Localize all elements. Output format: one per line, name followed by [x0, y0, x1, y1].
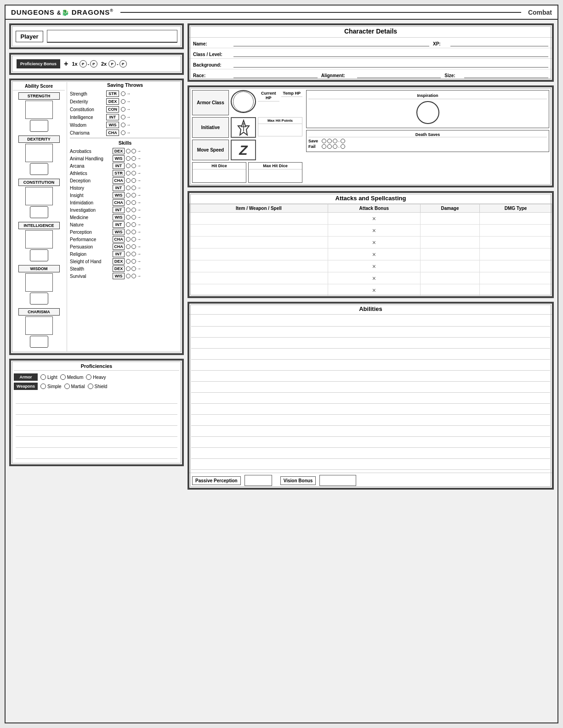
- attack-damage-7[interactable]: [420, 284, 479, 296]
- ability-text-10[interactable]: [191, 416, 550, 426]
- attack-bonus-2[interactable]: ×: [328, 225, 420, 237]
- save-circle-4[interactable]: [341, 139, 345, 143]
- attack-damage-6[interactable]: [420, 272, 479, 284]
- armor-heavy-checkbox[interactable]: [86, 374, 91, 380]
- prof-line-4[interactable]: [16, 427, 177, 437]
- move-speed-box[interactable]: Z: [231, 140, 256, 160]
- ability-text-4[interactable]: [191, 350, 550, 360]
- dexterity-score[interactable]: [25, 144, 53, 162]
- ability-text-14[interactable]: [191, 460, 550, 470]
- ability-text-3[interactable]: [191, 339, 550, 349]
- st-constitution-circle1[interactable]: [121, 107, 125, 112]
- vision-bonus-value[interactable]: [319, 475, 356, 486]
- current-hp-value[interactable]: [258, 102, 279, 115]
- intelligence-modifier[interactable]: [30, 249, 48, 261]
- armor-class-shield[interactable]: [231, 90, 256, 113]
- st-wisdom-circle1[interactable]: [121, 123, 125, 127]
- attack-damage-4[interactable]: [420, 248, 479, 260]
- player-name-field[interactable]: [47, 30, 177, 43]
- fail-circle-1[interactable]: [322, 144, 326, 149]
- ability-text-7[interactable]: [191, 383, 550, 393]
- attack-item-4[interactable]: [190, 248, 328, 260]
- name-field[interactable]: [233, 39, 429, 46]
- ability-text-8[interactable]: [191, 394, 550, 404]
- attack-item-3[interactable]: [190, 237, 328, 248]
- armor-light-checkbox[interactable]: [40, 374, 46, 380]
- fail-circle-3[interactable]: [333, 144, 337, 149]
- constitution-modifier[interactable]: [30, 206, 48, 218]
- constitution-score[interactable]: [25, 187, 53, 205]
- attack-damage-3[interactable]: [420, 237, 479, 248]
- xp-field[interactable]: [450, 39, 548, 46]
- temp-hp-value[interactable]: [281, 97, 303, 111]
- attack-bonus-6[interactable]: ×: [328, 272, 420, 284]
- fail-circle-4[interactable]: [341, 144, 345, 149]
- attack-bonus-1[interactable]: ×: [328, 213, 420, 225]
- st-dexterity-circle1[interactable]: [121, 99, 125, 104]
- ability-text-9[interactable]: [191, 405, 550, 415]
- attack-type-6[interactable]: [480, 272, 552, 284]
- prof-line-1[interactable]: [16, 394, 177, 404]
- attack-item-1[interactable]: [190, 213, 328, 225]
- prof-line-6[interactable]: [16, 449, 177, 459]
- attack-type-7[interactable]: [480, 284, 552, 296]
- attack-type-5[interactable]: [480, 260, 552, 272]
- charisma-score[interactable]: [25, 316, 53, 335]
- weapon-shield-checkbox[interactable]: [88, 384, 93, 389]
- attack-item-7[interactable]: [190, 284, 328, 296]
- initiative-box[interactable]: [231, 117, 256, 138]
- st-strength-circle1[interactable]: [121, 91, 125, 96]
- attack-damage-2[interactable]: [420, 225, 479, 237]
- armor-medium-checkbox[interactable]: [60, 374, 66, 380]
- ability-text-2[interactable]: [191, 327, 550, 338]
- ability-text-11[interactable]: [191, 427, 550, 437]
- passive-perception-value[interactable]: [245, 475, 272, 486]
- save-circle-3[interactable]: [333, 139, 337, 143]
- ability-text-12[interactable]: [191, 438, 550, 448]
- strength-modifier[interactable]: [30, 120, 48, 132]
- attack-item-2[interactable]: [190, 225, 328, 237]
- st-intelligence-circle1[interactable]: [121, 115, 125, 119]
- prof-line-3[interactable]: [16, 416, 177, 426]
- attack-damage-1[interactable]: [420, 213, 479, 225]
- attack-type-1[interactable]: [480, 213, 552, 225]
- max-hit-dice-value[interactable]: [249, 169, 302, 182]
- background-field[interactable]: [233, 60, 548, 68]
- inspiration-circle[interactable]: [416, 101, 439, 124]
- prof-line-2[interactable]: [16, 405, 177, 415]
- ability-text-13[interactable]: [191, 449, 550, 459]
- attack-bonus-5[interactable]: ×: [328, 260, 420, 272]
- charisma-modifier[interactable]: [30, 336, 48, 348]
- attack-type-4[interactable]: [480, 248, 552, 260]
- size-field[interactable]: [464, 71, 548, 78]
- attack-type-2[interactable]: [480, 225, 552, 237]
- attack-item-5[interactable]: [190, 260, 328, 272]
- class-field[interactable]: [233, 50, 548, 57]
- attack-type-3[interactable]: [480, 237, 552, 248]
- attack-item-6[interactable]: [190, 272, 328, 284]
- st-charisma-circle1[interactable]: [121, 130, 125, 135]
- alignment-field[interactable]: [357, 71, 441, 78]
- attack-damage-5[interactable]: [420, 260, 479, 272]
- fail-circle-2[interactable]: [327, 144, 332, 149]
- ability-text-5[interactable]: [191, 361, 550, 371]
- move-speed-value[interactable]: [258, 140, 302, 160]
- save-circle-2[interactable]: [327, 139, 332, 143]
- attack-bonus-3[interactable]: ×: [328, 237, 420, 248]
- weapon-martial-checkbox[interactable]: [64, 384, 70, 389]
- attack-bonus-4[interactable]: ×: [328, 248, 420, 260]
- max-hp-value[interactable]: [258, 124, 302, 136]
- dexterity-modifier[interactable]: [30, 163, 48, 175]
- ability-text-6[interactable]: [191, 372, 550, 382]
- attack-bonus-7[interactable]: ×: [328, 284, 420, 296]
- strength-score[interactable]: [25, 101, 53, 119]
- weapon-simple-checkbox[interactable]: [40, 384, 46, 389]
- prof-line-5[interactable]: [16, 438, 177, 448]
- save-circle-1[interactable]: [322, 139, 326, 143]
- wisdom-score[interactable]: [25, 273, 53, 292]
- wisdom-modifier[interactable]: [30, 293, 48, 305]
- ability-text-1[interactable]: [191, 316, 550, 327]
- race-field[interactable]: [233, 71, 318, 78]
- intelligence-score[interactable]: [25, 230, 53, 248]
- hit-dice-value[interactable]: [193, 169, 246, 182]
